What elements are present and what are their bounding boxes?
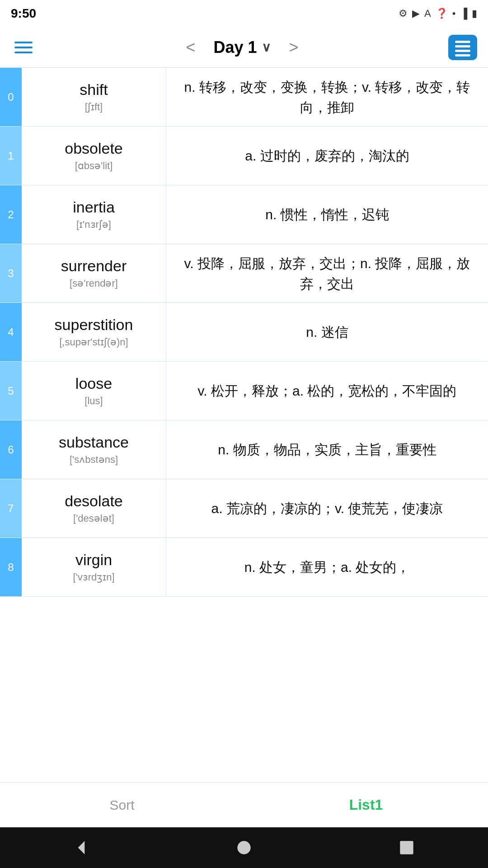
table-row[interactable]: 3 surrender [sə'rendər] v. 投降，屈服，放弃，交出；n… <box>0 244 488 303</box>
word-phonetic: [ˌsupər'stɪʃ(ə)n] <box>59 336 128 348</box>
home-icon <box>234 838 254 858</box>
menu-line-1 <box>14 42 33 43</box>
word-phonetic: [lus] <box>84 395 103 407</box>
home-button[interactable] <box>234 838 254 858</box>
word-english: surrender <box>61 257 127 275</box>
svg-rect-3 <box>455 54 470 57</box>
word-info: substance ['sʌbstəns] <box>22 420 166 479</box>
svg-rect-6 <box>400 841 413 854</box>
word-phonetic: ['sʌbstəns] <box>70 454 118 466</box>
nav-bar <box>0 827 488 868</box>
word-index: 7 <box>0 479 22 538</box>
toolbar-center: < Day 1 ∨ > <box>181 38 303 57</box>
word-phonetic: [ʃɪft] <box>85 101 103 113</box>
table-row[interactable]: 2 inertia [ɪ'nɜrʃə] n. 惯性，惰性，迟钝 <box>0 185 488 244</box>
word-index: 3 <box>0 244 22 302</box>
signal-icon: ▐ <box>460 8 467 19</box>
word-info: obsolete [ɑbsə'lit] <box>22 127 166 185</box>
table-row[interactable]: 6 substance ['sʌbstəns] n. 物质，物品，实质，主旨，重… <box>0 420 488 479</box>
toolbar: < Day 1 ∨ > <box>0 27 488 68</box>
list-view-button[interactable] <box>448 35 477 60</box>
word-phonetic: [ɑbsə'lit] <box>75 160 113 172</box>
prev-button[interactable]: < <box>181 38 200 57</box>
word-definition: a. 过时的，废弃的，淘汰的 <box>166 127 488 185</box>
word-info: virgin ['vɜrdʒɪn] <box>22 538 166 596</box>
word-english: virgin <box>75 551 112 569</box>
svg-rect-1 <box>455 45 470 47</box>
table-row[interactable]: 7 desolate ['desələt] a. 荒凉的，凄凉的；v. 使荒芜，… <box>0 479 488 538</box>
chevron-down-icon: ∨ <box>262 40 271 55</box>
word-english: obsolete <box>65 140 123 157</box>
back-icon <box>71 838 91 858</box>
font-icon: A <box>424 8 431 19</box>
table-row[interactable]: 8 virgin ['vɜrdʒɪn] n. 处女，童男；a. 处女的， <box>0 538 488 597</box>
list-view-icon <box>454 38 472 57</box>
word-english: superstition <box>55 316 133 334</box>
word-definition: n. 物质，物品，实质，主旨，重要性 <box>166 420 488 479</box>
word-index: 6 <box>0 420 22 479</box>
table-row[interactable]: 5 loose [lus] v. 松开，释放；a. 松的，宽松的，不牢固的 <box>0 362 488 420</box>
word-phonetic: [ɪ'nɜrʃə] <box>76 219 111 231</box>
dot-icon: • <box>452 8 456 19</box>
word-definition: v. 松开，释放；a. 松的，宽松的，不牢固的 <box>166 362 488 420</box>
status-bar: 9:50 ⚙ ▶ A ❓ • ▐ ▮ <box>0 0 488 27</box>
svg-point-5 <box>237 841 250 854</box>
word-info: desolate ['desələt] <box>22 479 166 538</box>
svg-rect-0 <box>455 41 470 43</box>
toolbar-title-text: Day 1 <box>213 38 257 57</box>
table-row[interactable]: 1 obsolete [ɑbsə'lit] a. 过时的，废弃的，淘汰的 <box>0 127 488 185</box>
word-definition: n. 迷信 <box>166 303 488 361</box>
recent-icon <box>397 838 417 858</box>
word-index: 8 <box>0 538 22 596</box>
word-phonetic: [sə'rendər] <box>70 278 118 289</box>
settings-icon: ⚙ <box>399 8 408 19</box>
list1-label: List1 <box>349 797 383 813</box>
svg-marker-4 <box>78 841 85 854</box>
word-definition: a. 荒凉的，凄凉的；v. 使荒芜，使凄凉 <box>166 479 488 538</box>
svg-rect-2 <box>455 50 470 52</box>
day-selector[interactable]: Day 1 ∨ <box>213 38 271 57</box>
word-definition: n. 处女，童男；a. 处女的， <box>166 538 488 596</box>
table-row[interactable]: 4 superstition [ˌsupər'stɪʃ(ə)n] n. 迷信 <box>0 303 488 362</box>
word-index: 0 <box>0 68 22 126</box>
status-time: 9:50 <box>11 6 36 21</box>
play-icon: ▶ <box>412 8 420 19</box>
wifi-icon: ❓ <box>436 8 448 19</box>
word-english: substance <box>59 434 129 451</box>
table-row[interactable]: 0 shift [ʃɪft] n. 转移，改变，变换，转换；v. 转移，改变，转… <box>0 68 488 127</box>
status-icons: ⚙ ▶ A ❓ • ▐ ▮ <box>399 8 477 19</box>
menu-line-3 <box>14 52 33 53</box>
word-definition: v. 投降，屈服，放弃，交出；n. 投降，屈服，放弃，交出 <box>166 244 488 302</box>
word-info: shift [ʃɪft] <box>22 68 166 126</box>
menu-line-2 <box>14 47 33 48</box>
recent-button[interactable] <box>397 838 417 858</box>
tab-sort[interactable]: Sort <box>0 783 244 827</box>
back-button[interactable] <box>71 838 91 858</box>
word-english: desolate <box>65 492 123 510</box>
word-index: 2 <box>0 185 22 244</box>
word-phonetic: ['vɜrdʒɪn] <box>73 571 114 583</box>
word-english: shift <box>80 81 108 99</box>
word-english: inertia <box>73 198 115 216</box>
word-phonetic: ['desələt] <box>73 513 114 524</box>
word-info: superstition [ˌsupər'stɪʃ(ə)n] <box>22 303 166 361</box>
battery-icon: ▮ <box>472 8 477 19</box>
word-english: loose <box>75 375 112 392</box>
next-button[interactable]: > <box>285 38 303 57</box>
sort-label: Sort <box>109 797 134 813</box>
tab-list1[interactable]: List1 <box>244 783 488 827</box>
menu-button[interactable] <box>11 38 36 57</box>
word-index: 1 <box>0 127 22 185</box>
word-definition: n. 转移，改变，变换，转换；v. 转移，改变，转向，推卸 <box>166 68 488 126</box>
word-info: surrender [sə'rendər] <box>22 244 166 302</box>
word-index: 5 <box>0 362 22 420</box>
word-list: 0 shift [ʃɪft] n. 转移，改变，变换，转换；v. 转移，改变，转… <box>0 68 488 782</box>
word-index: 4 <box>0 303 22 361</box>
bottom-tabs: Sort List1 <box>0 782 488 827</box>
word-definition: n. 惯性，惰性，迟钝 <box>166 185 488 244</box>
word-info: inertia [ɪ'nɜrʃə] <box>22 185 166 244</box>
word-info: loose [lus] <box>22 362 166 420</box>
